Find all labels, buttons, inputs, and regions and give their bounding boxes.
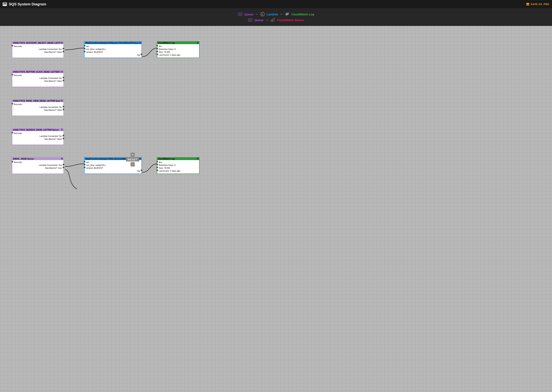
lambda-connected-label: Lambda Connected: No xyxy=(40,135,62,137)
zoom-out-button[interactable]: − xyxy=(131,162,135,167)
legend-bar: Queue → Lambda → CloudWatch Log Queue → … xyxy=(0,8,552,26)
arn-label: Arn xyxy=(159,45,162,47)
diagram-canvas[interactable]: ANALYTICS_ACCOUNT_SELECT_DEAD_LETTER Que… xyxy=(0,26,552,392)
close-icon[interactable]: X xyxy=(61,157,63,160)
header-left: SQS System Diagram xyxy=(3,2,46,6)
has-alarms-label: Has Alarms?: false xyxy=(44,51,62,53)
retention-label: Retention Days: 0 xyxy=(159,164,175,166)
save-label: SAVE AS .PNG xyxy=(531,3,549,6)
close-icon[interactable]: X xyxy=(61,99,63,102)
arn-label: arn xyxy=(86,161,89,163)
lambda-connected-label: Lambda Connected: No xyxy=(40,77,62,79)
node-title: EMAIL_SEND Queue xyxy=(13,158,60,160)
records-label: Records: xyxy=(14,74,22,77)
arn-label: arn xyxy=(86,45,89,47)
has-alarms-label: Has Alarms?: false xyxy=(44,80,62,82)
close-icon[interactable]: X xyxy=(61,70,63,73)
size-label: Size: 78 KB xyxy=(159,51,170,53)
zoom-in-button[interactable]: + xyxy=(131,153,135,157)
node-title: CloudWatch Log xyxy=(158,42,196,44)
queue-node[interactable]: ANALYTICS_PAGE_VIEW_DEAD_LETTER QueueX R… xyxy=(12,99,64,116)
runtime-label: run_time: nodejs10.x xyxy=(86,48,106,50)
svg-rect-3 xyxy=(5,4,6,5)
svg-point-13 xyxy=(274,18,275,19)
cloudwatch-log-node[interactable]: CloudWatch LogX Arn Retention Days: 0 Si… xyxy=(157,41,199,58)
svg-rect-1 xyxy=(3,3,6,4)
runtime-label: run_time: nodejs10.x xyxy=(86,164,106,166)
close-icon[interactable]: X xyxy=(61,128,63,131)
queue-icon xyxy=(248,18,253,22)
log-label: log xyxy=(137,170,140,172)
node-title: ANALYTICS_ACCOUNT_SELECT_DEAD_LETTER Que… xyxy=(13,42,60,44)
lambda-node[interactable]: StepFunctionsSample-HelloLam-CheckStockP… xyxy=(84,41,142,58)
node-title: ANALYTICS_SEARCH_DEAD_LETTER Queue xyxy=(13,129,60,131)
close-icon[interactable]: X xyxy=(197,157,198,160)
legend-lambda-label: Lambda xyxy=(267,13,278,16)
queue-node[interactable]: ANALYTICS_BUTTON_CLICK_DEAD_LETTER Queue… xyxy=(12,70,64,87)
svg-rect-4 xyxy=(238,13,239,16)
has-alarms-label: Has Alarms?: false xyxy=(44,138,62,140)
has-alarms-label: Has Alarms?: true xyxy=(45,167,62,169)
edges-layer xyxy=(0,26,552,392)
legend-row-1: Queue → Lambda → CloudWatch Log xyxy=(238,12,314,16)
legend-alarms-label: CloudWatch Alarms xyxy=(277,18,304,22)
records-label: Records: xyxy=(14,45,22,47)
records-label: Records: xyxy=(14,132,22,134)
image-icon xyxy=(526,2,530,6)
arn-label: Arn xyxy=(159,161,162,163)
legend-queue-label: Queue xyxy=(245,13,254,16)
node-title: ANALYTICS_PAGE_VIEW_DEAD_LETTER Queue xyxy=(13,100,60,102)
alarm-icon xyxy=(270,18,275,22)
size-label: Size: 78 KB xyxy=(159,167,170,169)
svg-rect-12 xyxy=(272,19,273,21)
node-title: CloudWatch Log xyxy=(158,158,196,160)
retention-label: Retention Days: 0 xyxy=(159,48,175,50)
close-icon[interactable]: X xyxy=(139,42,141,44)
legend-row-2: Queue → CloudWatch Alarms xyxy=(248,18,304,22)
svg-rect-8 xyxy=(248,18,249,21)
close-icon[interactable]: X xyxy=(139,157,141,160)
lambda-connected-label: Lambda Connected: Yes xyxy=(39,164,62,166)
log-label: log xyxy=(137,54,140,56)
page-title: SQS System Diagram xyxy=(9,2,46,6)
svg-rect-10 xyxy=(251,18,252,21)
reset-button[interactable]: RESET xyxy=(126,158,139,161)
version-label: version: $LATEST xyxy=(86,167,103,169)
queue-node[interactable]: ANALYTICS_ACCOUNT_SELECT_DEAD_LETTER Que… xyxy=(12,41,64,58)
node-title: ANALYTICS_BUTTON_CLICK_DEAD_LETTER Queue xyxy=(13,71,60,73)
last-event-label: Last Event: 2 days ago xyxy=(159,54,180,56)
last-event-label: Last Event: 2 days ago xyxy=(159,170,180,172)
has-alarms-label: Has Alarms?: false xyxy=(44,109,62,111)
app-header: SQS System Diagram SAVE AS .PNG xyxy=(0,0,552,8)
queue-node[interactable]: ANALYTICS_SEARCH_DEAD_LETTER QueueX Reco… xyxy=(12,128,64,145)
lambda-connected-label: Lambda Connected: Yes xyxy=(39,48,62,50)
records-label: Records: xyxy=(14,161,22,163)
arrow-icon: → xyxy=(265,18,269,22)
canvas-controls: + RESET − xyxy=(126,153,139,167)
close-icon[interactable]: X xyxy=(197,42,198,44)
save-png-button[interactable]: SAVE AS .PNG xyxy=(526,2,549,6)
records-label: Records: xyxy=(14,103,22,105)
version-label: version: $LATEST xyxy=(86,51,103,53)
legend-queue-label: Queue xyxy=(254,18,263,22)
svg-rect-5 xyxy=(240,13,241,16)
svg-rect-2 xyxy=(3,4,5,5)
svg-rect-11 xyxy=(271,20,272,21)
close-icon[interactable]: X xyxy=(61,42,63,44)
queue-icon xyxy=(238,12,243,16)
svg-rect-9 xyxy=(250,18,251,21)
queue-node[interactable]: EMAIL_SEND QueueX Records: Lambda Connec… xyxy=(12,157,64,174)
diagram-icon xyxy=(3,2,7,6)
lambda-icon xyxy=(260,12,265,16)
svg-rect-6 xyxy=(241,13,242,16)
legend-log-label: CloudWatch Log xyxy=(291,13,314,16)
log-icon xyxy=(285,12,290,16)
lambda-connected-label: Lambda Connected: No xyxy=(40,106,62,108)
node-title: StepFunctionsSample-HelloLam-CheckStockP… xyxy=(85,42,138,44)
arrow-icon: → xyxy=(280,13,283,16)
cloudwatch-log-node[interactable]: CloudWatch LogX Arn Retention Days: 0 Si… xyxy=(157,157,199,174)
arrow-icon: → xyxy=(255,13,258,16)
